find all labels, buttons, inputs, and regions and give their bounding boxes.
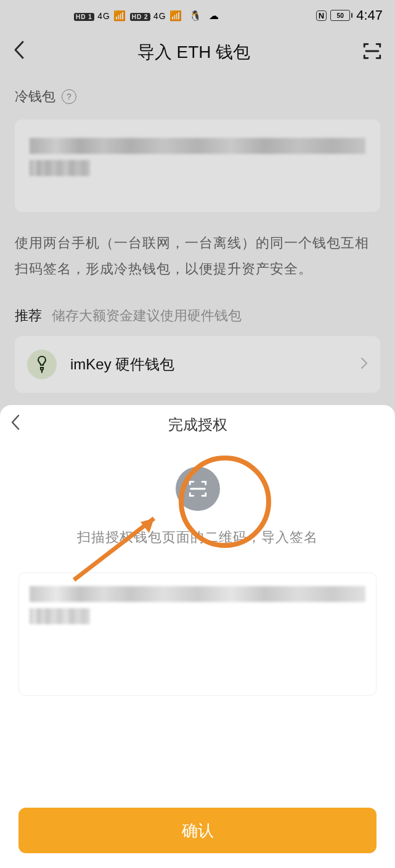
sheet-title: 完成授权 [168, 415, 227, 435]
scan-qr-circle-button[interactable] [176, 467, 220, 511]
signature-input[interactable] [18, 573, 377, 696]
authorize-sheet: 完成授权 扫描授权钱包页面的二维码，导入签名 确认 [0, 405, 395, 868]
scan-icon [187, 478, 208, 499]
svg-line-0 [74, 518, 154, 580]
sheet-hint-text: 扫描授权钱包页面的二维码，导入签名 [77, 528, 318, 547]
confirm-button[interactable]: 确认 [18, 808, 377, 853]
confirm-button-label: 确认 [182, 820, 214, 842]
sheet-back-button[interactable] [10, 414, 21, 435]
